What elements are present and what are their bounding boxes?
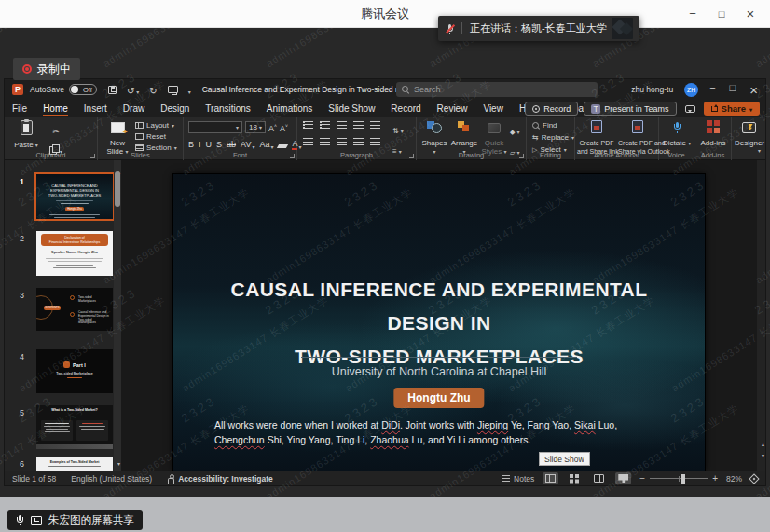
grow-font-button[interactable]: A˄ <box>268 120 277 134</box>
user-avatar[interactable]: ZH <box>684 83 698 97</box>
slide-sorter-view-button[interactable] <box>567 472 583 484</box>
reading-view-button[interactable] <box>591 472 607 484</box>
share-button[interactable]: Share <box>704 102 760 116</box>
align-center-icon[interactable] <box>320 138 330 145</box>
font-style-button[interactable]: U <box>206 139 213 150</box>
scroll-down-icon[interactable] <box>117 453 120 470</box>
ribbon-tab[interactable]: Draw <box>123 100 144 117</box>
ribbon-tab[interactable]: View <box>483 100 503 117</box>
reset-button[interactable]: Reset <box>135 132 166 141</box>
ribbon-tab[interactable]: Review <box>437 100 468 117</box>
align-right-icon[interactable] <box>337 138 347 145</box>
ribbon-tab[interactable]: Design <box>160 100 189 117</box>
ppt-restore-button[interactable] <box>730 82 736 98</box>
font-style-button[interactable]: B <box>188 139 194 150</box>
record-button[interactable]: Record <box>525 102 578 116</box>
bullets-icon[interactable] <box>303 121 313 129</box>
slideshow-from-start-icon[interactable] <box>168 86 178 93</box>
undo-icon[interactable] <box>127 81 134 98</box>
slide-subtitle[interactable]: University of North Carolina at Chapel H… <box>173 365 705 378</box>
autosave-toggle[interactable]: Off <box>69 84 97 95</box>
zoom-in-icon[interactable]: + <box>712 474 718 484</box>
zoom-out-icon[interactable]: − <box>639 474 645 484</box>
zoom-slider-thumb[interactable] <box>681 474 685 484</box>
highlight-icon[interactable] <box>277 144 288 148</box>
thumbnail-scrollbar[interactable] <box>114 160 121 471</box>
next-slide-icon[interactable] <box>762 444 764 461</box>
ppt-minimize-button[interactable] <box>709 82 715 98</box>
zoom-level[interactable]: 82% <box>726 474 742 484</box>
normal-view-button[interactable] <box>543 472 558 484</box>
line-spacing-icon[interactable] <box>370 121 380 129</box>
ribbon-tab[interactable]: Record <box>391 100 420 117</box>
thumbnail-slide-6[interactable]: Examples of Two-Sided Market <box>36 457 113 471</box>
addins-button[interactable]: Add-ins <box>699 120 727 147</box>
present-in-teams-button[interactable]: Present in Teams <box>584 102 676 116</box>
dialog-launcher-icon[interactable] <box>519 154 524 158</box>
char-spacing-button[interactable]: AV <box>241 139 251 150</box>
cut-icon[interactable] <box>52 121 60 138</box>
dialog-launcher-icon[interactable] <box>290 154 295 158</box>
ribbon-tab[interactable]: Transitions <box>205 100 251 117</box>
save-icon[interactable] <box>108 86 117 94</box>
language-status[interactable]: English (United States) <box>71 474 152 484</box>
author-button[interactable]: Hongtu Zhu <box>393 388 484 408</box>
find-button[interactable]: Find <box>532 121 557 130</box>
font-name-combo[interactable] <box>188 121 242 133</box>
dialog-launcher-icon[interactable] <box>90 154 95 158</box>
thumbnail-slide-1[interactable]: CAUSAL INFERENCE AND EXPERIMENTAL DESIGN… <box>36 174 113 219</box>
qat-customize-icon[interactable] <box>188 81 191 98</box>
comments-icon[interactable] <box>685 105 695 113</box>
zoom-slider[interactable] <box>650 478 708 479</box>
shrink-font-button[interactable]: A˅ <box>280 120 288 134</box>
meeting-maximize-button[interactable] <box>711 4 732 24</box>
scrollbar-thumb[interactable] <box>115 171 120 207</box>
ribbon-tab[interactable]: Slide Show <box>328 100 375 117</box>
recording-badge[interactable]: 录制中 <box>13 58 80 80</box>
paste-button[interactable]: Paste <box>12 120 40 150</box>
redo-icon[interactable] <box>149 81 157 98</box>
credits-text[interactable]: All works were done when I worked at DiD… <box>214 417 664 447</box>
ribbon-tab[interactable]: Animations <box>267 100 312 117</box>
change-case-button[interactable]: Aa <box>259 139 269 150</box>
screen-share-badge[interactable]: 朱宏图的屏幕共享 <box>7 510 143 530</box>
shape-fill-icon[interactable] <box>510 121 515 138</box>
strikethrough-button[interactable]: ab <box>227 139 236 150</box>
thumbnail-slide-2[interactable]: Declaration of Financial Interests or Re… <box>36 231 113 276</box>
increase-indent-icon[interactable] <box>353 121 364 129</box>
replace-button[interactable]: Replace <box>532 133 574 142</box>
numbering-icon[interactable] <box>320 121 330 129</box>
notes-button[interactable]: Notes <box>502 474 534 484</box>
decrease-indent-icon[interactable] <box>337 121 347 129</box>
search-box[interactable] <box>396 82 598 97</box>
font-style-button[interactable]: S <box>216 139 222 150</box>
thumbnail-slide-4[interactable]: Part I Two-sided Marketplace <box>36 349 113 393</box>
slideshow-view-button[interactable] <box>615 472 631 484</box>
dialog-launcher-icon[interactable] <box>409 154 414 158</box>
user-name[interactable]: zhu hong-tu <box>631 85 673 94</box>
thumbnail-slide-3[interactable]: CONTENTS Two-sided Marketplaces Causal I… <box>36 288 113 331</box>
collapse-ribbon-icon[interactable] <box>758 140 761 157</box>
font-style-button[interactable]: I <box>199 139 201 150</box>
slide-counter[interactable]: Slide 1 of 58 <box>12 474 56 484</box>
layout-button[interactable]: Layout <box>135 121 174 130</box>
ribbon-tab[interactable]: Home <box>43 100 68 117</box>
slide-canvas[interactable]: CAUSAL INFERENCE AND EXPERIMENTAL DESIGN… <box>173 174 705 471</box>
ribbon-tab[interactable]: Insert <box>84 100 107 117</box>
align-left-icon[interactable] <box>303 138 313 145</box>
justify-icon[interactable] <box>353 138 364 145</box>
editor-scrollbar[interactable] <box>757 160 765 471</box>
columns-icon[interactable] <box>370 138 380 145</box>
meeting-close-button[interactable] <box>740 4 761 24</box>
dictate-button[interactable]: Dictate <box>663 120 691 148</box>
meeting-minimize-button[interactable] <box>682 4 703 24</box>
accessibility-status[interactable]: Accessibility: Investigate <box>178 474 273 484</box>
thumbnail-slide-5[interactable]: What is a Two-Sided Market? <box>36 405 113 449</box>
chevron-down-icon[interactable] <box>136 81 139 98</box>
search-input[interactable] <box>414 85 592 94</box>
text-direction-icon[interactable] <box>392 120 399 137</box>
ribbon-tab[interactable]: File <box>12 100 27 117</box>
slide-title[interactable]: CAUSAL INFERENCE AND EXPERIMENTAL DESIGN… <box>192 273 686 374</box>
fit-slide-icon[interactable] <box>749 473 759 484</box>
font-size-combo[interactable]: 18 <box>245 121 266 133</box>
